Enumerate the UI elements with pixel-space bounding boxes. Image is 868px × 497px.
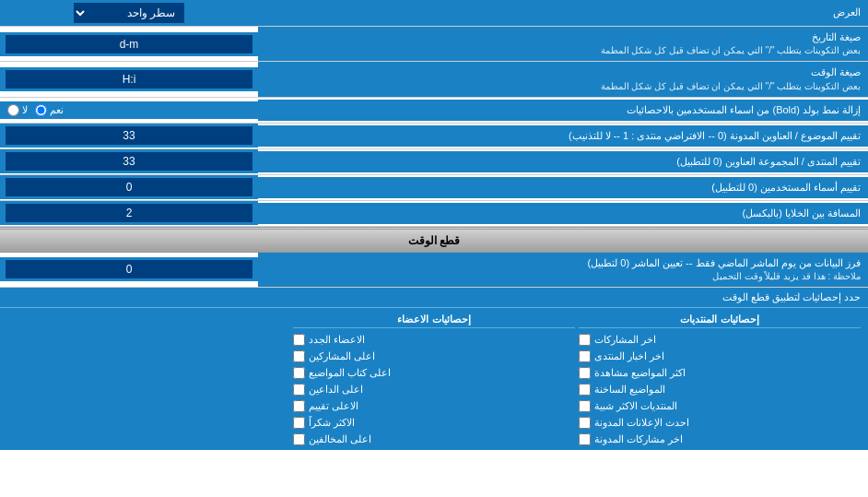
topic-order-input-cell[interactable] [0, 124, 258, 148]
checkbox-item[interactable]: اعلى المشاركين [293, 349, 575, 363]
checkbox-member-3[interactable] [293, 367, 305, 379]
forum-stats-header: إحصائيات المنتديات [579, 312, 861, 328]
header-row: العرض سطر واحد سطران ثلاثة أسطر [0, 0, 868, 27]
checkbox-item[interactable]: اخر اخبار المنتدى [579, 349, 861, 363]
display-select[interactable]: سطر واحد سطران ثلاثة أسطر [74, 3, 184, 23]
fetch-input-cell[interactable] [0, 257, 258, 281]
checkbox-member-4[interactable] [293, 384, 305, 396]
users-order-input-cell[interactable] [0, 175, 258, 199]
header-label: العرض [258, 2, 868, 23]
fetch-row: فرز البيانات من يوم الماشر الماضي فقط --… [0, 253, 868, 288]
date-format-title: صيغة التاريخ [265, 30, 861, 44]
radio-no[interactable] [7, 104, 19, 116]
member-stats-col: إحصائيات الاعضاء الاعضاء الجدد اعلى المش… [293, 312, 575, 446]
checkbox-item[interactable]: اكثر المواضيع مشاهدة [579, 366, 861, 380]
time-format-row: صيغة الوقت بعض التكوينات يتطلب "/" التي … [0, 62, 868, 97]
checkbox-item[interactable]: اخر مشاركات المدونة [579, 432, 861, 446]
spacing-row: المسافة بين الخلايا (بالبكسل) [0, 201, 868, 227]
time-format-label: صيغة الوقت بعض التكوينات يتطلب "/" التي … [258, 62, 868, 96]
header-select-cell[interactable]: سطر واحد سطران ثلاثة أسطر [0, 0, 258, 26]
checkbox-item[interactable]: اعلى المخالفين [293, 432, 575, 446]
checkbox-member-5[interactable] [293, 400, 305, 412]
fetch-title: فرز البيانات من يوم الماشر الماضي فقط --… [265, 256, 861, 270]
checkboxes-section: حدد إحصائيات لتطبيق قطع الوقت إحصائيات ا… [0, 288, 868, 450]
checkbox-item[interactable]: الاكثر شكراً [293, 416, 575, 430]
topic-order-input[interactable] [6, 126, 252, 145]
checkbox-member-2[interactable] [293, 350, 305, 362]
radio-yes-label: نعم [50, 104, 64, 116]
checkbox-item[interactable]: احدث الإعلانات المدونة [579, 416, 861, 430]
checkbox-forum-5[interactable] [579, 400, 591, 412]
time-format-title: صيغة الوقت [265, 65, 861, 79]
bold-remove-label: إزالة نمط بولد (Bold) من اسماء المستخدمي… [258, 100, 868, 121]
spacing-input-cell[interactable] [0, 201, 258, 225]
member-stats-header: إحصائيات الاعضاء [293, 312, 575, 328]
bold-remove-radio-cell[interactable]: نعم لا [0, 101, 258, 119]
time-section-header: قطع الوقت [0, 230, 868, 253]
checkboxes-header-label: حدد إحصائيات لتطبيق قطع الوقت [7, 291, 861, 303]
spacing-input[interactable] [6, 204, 252, 222]
time-section-title: قطع الوقت [408, 234, 460, 247]
topic-order-row: تقييم الموضوع / العناوين المدونة (0 -- ا… [0, 124, 868, 149]
empty-col [7, 312, 289, 446]
checkbox-forum-6[interactable] [579, 417, 591, 429]
checkbox-member-7[interactable] [293, 433, 305, 445]
time-format-input-cell[interactable] [0, 67, 258, 91]
checkbox-item[interactable]: اخر المشاركات [579, 333, 861, 347]
checkbox-forum-2[interactable] [579, 350, 591, 362]
forum-order-label: تقييم المنتدى / المجموعة العناوين (0 للت… [258, 151, 868, 172]
forum-order-row: تقييم المنتدى / المجموعة العناوين (0 للت… [0, 149, 868, 175]
radio-no-option[interactable]: لا [7, 104, 28, 116]
checkbox-member-6[interactable] [293, 417, 305, 429]
checkbox-item[interactable]: اعلى الداعين [293, 383, 575, 396]
users-order-input[interactable] [6, 178, 252, 196]
checkbox-item[interactable]: المواضيع الساخنة [579, 383, 861, 396]
bold-remove-row: إزالة نمط بولد (Bold) من اسماء المستخدمي… [0, 98, 868, 124]
checkbox-forum-1[interactable] [579, 334, 591, 346]
checkbox-item[interactable]: المنتديات الاكثر شبية [579, 399, 861, 413]
radio-yes[interactable] [35, 104, 47, 116]
users-order-label: تقييم أسماء المستخدمين (0 للتطبيل) [258, 177, 868, 198]
spacing-label: المسافة بين الخلايا (بالبكسل) [258, 203, 868, 224]
checkbox-forum-7[interactable] [579, 433, 591, 445]
forum-order-input[interactable] [6, 152, 252, 171]
checkbox-item[interactable]: الاعضاء الجدد [293, 333, 575, 347]
time-format-sublabel: بعض التكوينات يتطلب "/" التي يمكن ان تضا… [265, 80, 861, 93]
topic-order-label: تقييم الموضوع / العناوين المدونة (0 -- ا… [258, 125, 868, 147]
date-format-input[interactable] [6, 35, 252, 53]
checkbox-item[interactable]: الاعلى تقييم [293, 399, 575, 413]
date-format-sublabel: بعض التكوينات يتطلب "/" التي يمكن ان تضا… [265, 44, 861, 57]
fetch-label: فرز البيانات من يوم الماشر الماضي فقط --… [258, 253, 868, 287]
fetch-input[interactable] [6, 260, 252, 278]
radio-no-label: لا [22, 104, 28, 116]
date-format-label: صيغة التاريخ بعض التكوينات يتطلب "/" الت… [258, 27, 868, 61]
date-format-row: صيغة التاريخ بعض التكوينات يتطلب "/" الت… [0, 27, 868, 62]
forum-stats-col: إحصائيات المنتديات اخر المشاركات اخر اخب… [579, 312, 861, 446]
checkbox-member-1[interactable] [293, 334, 305, 346]
forum-order-input-cell[interactable] [0, 149, 258, 173]
time-format-input[interactable] [6, 70, 252, 89]
checkboxes-header-row: حدد إحصائيات لتطبيق قطع الوقت [0, 288, 868, 308]
date-format-input-cell[interactable] [0, 32, 258, 56]
checkboxes-grid: إحصائيات المنتديات اخر المشاركات اخر اخب… [0, 308, 868, 450]
users-order-row: تقييم أسماء المستخدمين (0 للتطبيل) [0, 175, 868, 201]
checkbox-forum-3[interactable] [579, 367, 591, 379]
fetch-note: ملاحظة : هذا قد يزيد قليلاً وقت التحميل [265, 270, 861, 283]
checkbox-item[interactable]: اعلى كتاب المواضيع [293, 366, 575, 380]
radio-yes-option[interactable]: نعم [35, 104, 64, 116]
checkbox-forum-4[interactable] [579, 384, 591, 396]
